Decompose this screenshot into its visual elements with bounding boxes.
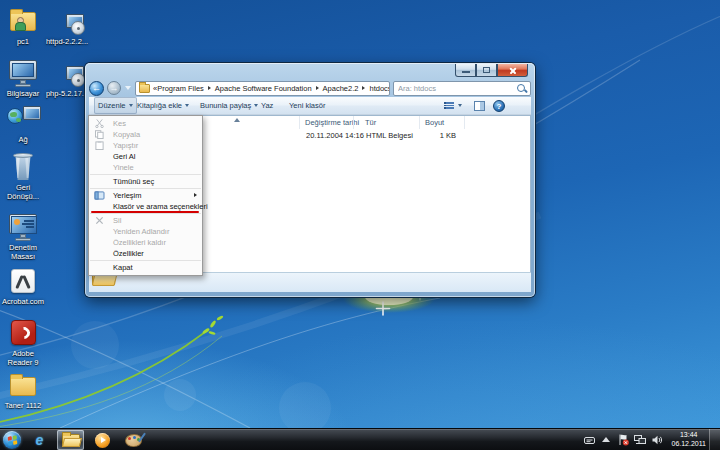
desktop-icon-bilgisayar[interactable]: Bilgisayar (1, 58, 45, 98)
desktop-icon-ag[interactable]: Ağ (1, 104, 45, 144)
search-box[interactable] (393, 81, 531, 96)
breadcrumb-segment[interactable]: Program Files (157, 84, 204, 93)
desktop-icon-label: Geri Dönüşü... (1, 183, 45, 201)
menu-item-layout[interactable]: Yerleşim (89, 190, 202, 201)
search-icon[interactable] (516, 83, 527, 94)
breadcrumb-arrow-icon[interactable] (208, 86, 211, 90)
cell-size: 1 KB (390, 131, 456, 140)
folder-icon (1, 374, 45, 400)
breadcrumb-segment[interactable]: Apache Software Foundation (215, 84, 312, 93)
start-button[interactable] (3, 431, 21, 449)
paste-icon (94, 141, 105, 150)
search-input[interactable] (394, 84, 516, 93)
new-folder-button[interactable]: Yeni klasör (285, 97, 329, 114)
taskbar-paint[interactable] (120, 430, 147, 450)
help-icon[interactable]: ? (493, 100, 505, 112)
desktop-icon-adobe-reader[interactable]: Adobe Reader 9 (1, 318, 45, 367)
adobe-reader-icon (1, 318, 45, 348)
menu-item-delete: Sil (89, 215, 202, 226)
menu-item-properties[interactable]: Özellikler (89, 248, 202, 259)
menu-separator (90, 213, 201, 214)
delete-icon (94, 216, 105, 225)
paint-icon (125, 434, 142, 447)
breadcrumb[interactable]: « Program Files Apache Software Foundati… (135, 81, 390, 96)
views-dropdown-icon[interactable] (458, 104, 462, 107)
taskbar-windows-explorer[interactable] (57, 430, 84, 450)
forward-button[interactable]: → (107, 81, 121, 95)
desktop-icon-pc1[interactable]: pc1 (1, 6, 45, 46)
breadcrumb-arrow-icon[interactable] (316, 86, 319, 90)
desktop-icon-acrobat-com[interactable]: Acrobat.com (1, 266, 45, 306)
show-hidden-icons[interactable] (600, 433, 612, 447)
menu-item-copy: Kopyala (89, 129, 202, 140)
desktop-icon-label: pc1 (1, 37, 45, 46)
minimize-button[interactable] (455, 64, 476, 77)
menu-item-select-all[interactable]: Tümünü seç (89, 176, 202, 187)
screen: pc1 httpd-2.2.2... Bilgisayar php-5.2.17… (0, 0, 720, 450)
history-dropdown-icon[interactable] (125, 86, 131, 90)
breadcrumb-segment[interactable]: htdocs (369, 84, 390, 93)
taskbar-clock[interactable]: 13:44 06.12.2011 (671, 431, 706, 449)
shared-folder-icon (1, 6, 45, 36)
minimize-icon (462, 71, 470, 73)
action-center-icon[interactable] (617, 433, 629, 447)
desktop-icon-php[interactable]: php-5.2.17... (45, 58, 89, 98)
explorer-folder-icon (62, 434, 80, 447)
breadcrumb-arrow-icon[interactable] (362, 86, 365, 90)
desktop-icon-label: Taner 1112 (1, 401, 45, 410)
folder-icon (139, 84, 150, 93)
column-header-type[interactable]: Tür (365, 118, 376, 127)
print-button[interactable]: Yaz (257, 97, 277, 114)
maximize-icon (483, 67, 490, 73)
back-button[interactable]: ← (89, 81, 104, 96)
menu-separator (90, 260, 201, 261)
input-device-icon[interactable] (583, 433, 595, 447)
desktop-icon-httpd[interactable]: httpd-2.2.2... (45, 6, 89, 46)
menu-item-undo[interactable]: Geri Al (89, 151, 202, 162)
preview-pane-icon[interactable] (474, 101, 485, 111)
desktop-icon-label: Adobe Reader 9 (1, 349, 45, 367)
red-underline-annotation (91, 211, 199, 213)
command-bar: Düzenle Kitaplığa ekle Bununla paylaş Ya… (89, 97, 531, 115)
taskbar: e 13:44 (0, 428, 720, 450)
window-titlebar[interactable] (85, 63, 535, 79)
media-player-icon (95, 433, 110, 448)
desktop-icon-label: php-5.2.17... (45, 89, 89, 98)
chevron-down-icon (129, 104, 133, 107)
menu-item-redo: Yinele (89, 162, 202, 173)
desktop-icon-taner-folder[interactable]: Taner 1112 (1, 374, 45, 410)
menu-item-remove-properties: Özellikleri kaldır (89, 237, 202, 248)
cut-icon (94, 119, 105, 128)
chevron-down-icon (185, 104, 189, 107)
show-desktop-button[interactable] (709, 429, 720, 450)
desktop-icon-denetim-masasi[interactable]: Denetim Masası (1, 212, 45, 261)
column-header-modified[interactable]: Değiştirme tarihi (305, 118, 359, 127)
maximize-button[interactable] (476, 64, 497, 77)
acrobat-icon (1, 266, 45, 296)
taskbar-media-player[interactable] (89, 430, 116, 450)
control-panel-icon (1, 212, 45, 242)
clock-date: 06.12.2011 (671, 440, 706, 449)
close-button[interactable] (497, 64, 528, 77)
column-header-size[interactable]: Boyut (425, 118, 444, 127)
desktop-icon-label: Denetim Masası (1, 243, 45, 261)
taskbar-internet-explorer[interactable]: e (26, 430, 53, 450)
menu-item-close[interactable]: Kapat (89, 262, 202, 273)
edit-menu-dropdown: Kes Kopyala Yapıştır Geri Al Yinele Tümü… (88, 115, 203, 276)
desktop-icon-recycle-bin[interactable]: Geri Dönüşü... (1, 152, 45, 201)
copy-icon (94, 130, 105, 139)
views-icon[interactable] (444, 102, 454, 110)
add-to-library-button[interactable]: Kitaplığa ekle (133, 97, 193, 114)
installer-icon (45, 58, 89, 88)
breadcrumb-segment[interactable]: Apache2.2 (323, 84, 359, 93)
recycle-bin-icon (1, 152, 45, 182)
edit-menu-button[interactable]: Düzenle (94, 97, 137, 114)
network-icon[interactable] (634, 433, 646, 447)
menu-separator (90, 174, 201, 175)
submenu-arrow-icon (194, 193, 197, 197)
share-with-button[interactable]: Bununla paylaş (196, 97, 262, 114)
volume-icon[interactable] (651, 433, 663, 447)
menu-item-folder-and-search-options[interactable]: Klasör ve arama seçenekleri (89, 201, 202, 212)
desktop-icon-label: Ağ (1, 135, 45, 144)
sort-arrow-icon (234, 118, 240, 122)
